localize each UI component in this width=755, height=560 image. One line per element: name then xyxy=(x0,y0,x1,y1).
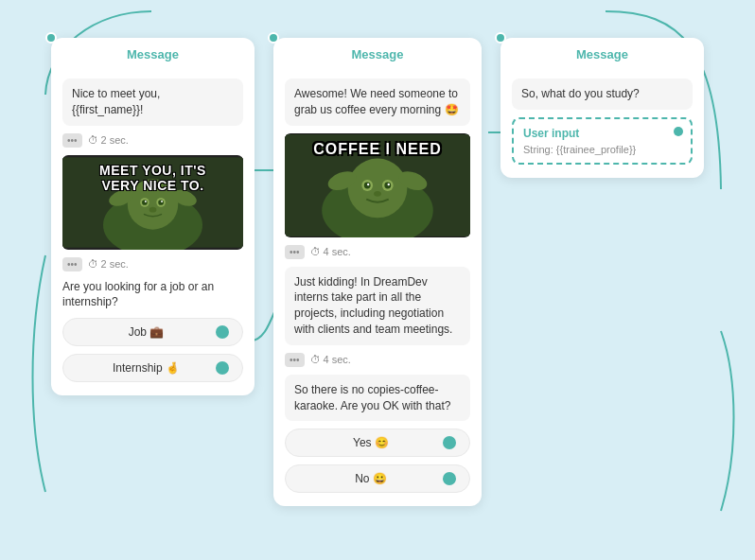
svg-point-25 xyxy=(374,190,381,196)
dots-icon-3: ••• xyxy=(285,245,305,259)
card1-meme: MEET YOU, IT'S VERY NICE TO. xyxy=(62,155,243,250)
card1-bubble1: Nice to meet you, {{first_name}}! xyxy=(62,79,243,126)
svg-point-21 xyxy=(364,182,371,188)
card3-bubble1: So, what do you study? xyxy=(512,79,693,110)
no-label: No 😀 xyxy=(299,472,443,485)
card1-body: Nice to meet you, {{first_name}}! ••• ⏱ … xyxy=(51,69,255,395)
card1-question: Are you looking for a job or an internsh… xyxy=(62,279,243,311)
timing-badge-3: ⏱ 4 sec. xyxy=(310,246,351,257)
dots-icon-4: ••• xyxy=(285,353,305,367)
user-input-box[interactable]: User input String: {{trainee_profile}} xyxy=(512,117,693,165)
card3-header: Message xyxy=(500,38,704,69)
card2-timing1: ••• ⏱ 4 sec. xyxy=(285,245,470,259)
timing-badge-1: ⏱ 2 sec. xyxy=(88,134,129,146)
no-dot xyxy=(443,472,456,485)
timing-badge-4: ⏱ 4 sec. xyxy=(310,354,351,365)
dots-icon-2: ••• xyxy=(62,257,82,271)
card1-header: Message xyxy=(51,38,255,69)
card-2: Message Awesome! We need someone to grab… xyxy=(273,38,482,506)
svg-point-24 xyxy=(388,183,390,184)
svg-point-23 xyxy=(367,183,369,184)
card-3: Message So, what do you study? User inpu… xyxy=(500,38,704,178)
no-choice[interactable]: No 😀 xyxy=(285,464,470,493)
card2-bubble3: So there is no copies-coffee-karaoke. Ar… xyxy=(285,375,470,422)
clock-icon-4: ⏱ xyxy=(310,354,321,365)
card3-body: So, what do you study? User input String… xyxy=(500,69,704,178)
clock-icon-1: ⏱ xyxy=(88,134,98,146)
svg-point-12 xyxy=(149,206,157,212)
cards-container: Message Nice to meet you, {{first_name}}… xyxy=(0,0,755,560)
card2-timing2: ••• ⏱ 4 sec. xyxy=(285,353,470,367)
card-1: Message Nice to meet you, {{first_name}}… xyxy=(51,38,255,395)
card1-dot xyxy=(45,32,57,44)
card1-timing2: ••• ⏱ 2 sec. xyxy=(62,257,243,271)
job-dot xyxy=(216,325,229,339)
card2-header: Message xyxy=(273,38,482,69)
card2-bubble2: Just kidding! In DreamDev interns take p… xyxy=(285,267,470,345)
yes-label: Yes 😊 xyxy=(299,436,443,449)
internship-dot xyxy=(216,361,229,375)
card1-timing1: ••• ⏱ 2 sec. xyxy=(62,133,243,148)
clock-icon-3: ⏱ xyxy=(310,246,321,257)
svg-point-11 xyxy=(161,201,163,202)
job-choice[interactable]: Job 💼 xyxy=(62,318,243,346)
dots-icon-1: ••• xyxy=(62,133,82,148)
yes-dot xyxy=(443,436,456,449)
card2-bubble1: Awesome! We need someone to grab us coff… xyxy=(285,79,470,126)
card2-meme-text: COFFEE I NEED xyxy=(285,141,470,158)
svg-point-16 xyxy=(348,158,408,218)
timing-badge-2: ⏱ 2 sec. xyxy=(88,258,129,270)
internship-choice[interactable]: Internship 🤞 xyxy=(62,354,243,382)
user-input-title: User input xyxy=(523,127,681,140)
internship-label: Internship 🤞 xyxy=(77,361,216,375)
card1-meme-text: MEET YOU, IT'S VERY NICE TO. xyxy=(62,163,243,195)
card3-dot xyxy=(495,32,506,44)
job-label: Job 💼 xyxy=(77,325,216,339)
svg-point-10 xyxy=(145,201,147,202)
yes-choice[interactable]: Yes 😊 xyxy=(285,429,470,457)
svg-point-22 xyxy=(384,182,391,188)
card2-meme: COFFEE I NEED xyxy=(285,133,470,237)
user-input-dot xyxy=(674,127,683,136)
card2-dot xyxy=(268,32,279,44)
svg-point-9 xyxy=(158,200,164,205)
clock-icon-2: ⏱ xyxy=(88,258,98,270)
user-input-value: String: {{trainee_profile}} xyxy=(523,144,681,155)
svg-point-8 xyxy=(142,200,148,205)
card2-body: Awesome! We need someone to grab us coff… xyxy=(273,69,482,506)
